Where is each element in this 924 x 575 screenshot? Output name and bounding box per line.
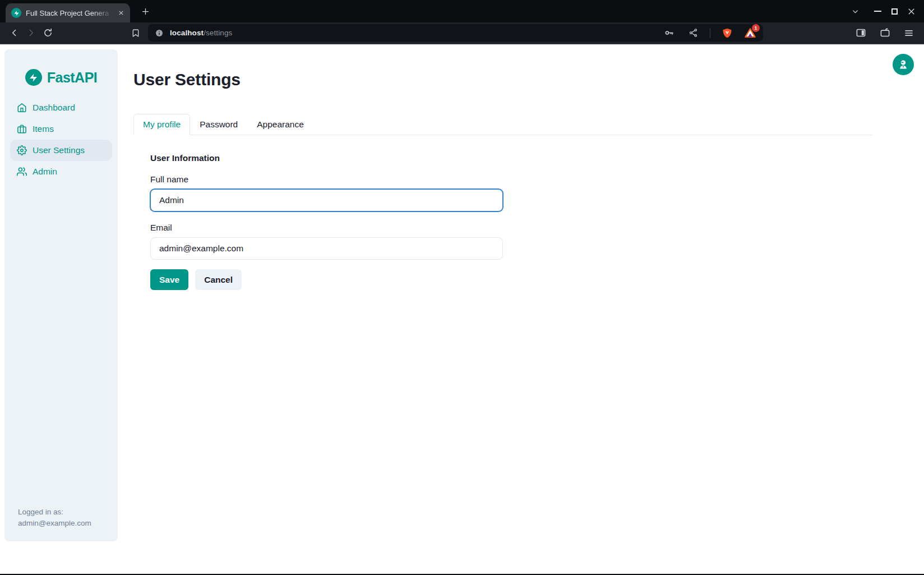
brave-shield-icon[interactable] — [720, 26, 734, 40]
full-name-label: Full name — [150, 174, 872, 185]
key-icon[interactable] — [662, 26, 676, 40]
gear-icon — [17, 145, 27, 155]
sidebar-item-admin[interactable]: Admin — [10, 161, 112, 182]
tab-password[interactable]: Password — [190, 114, 247, 135]
tab-my-profile[interactable]: My profile — [133, 114, 190, 135]
logged-in-as: Logged in as: admin@example.com — [18, 507, 91, 529]
fastapi-logo-text: FastAPI — [47, 70, 98, 86]
home-icon — [17, 103, 27, 113]
sidebar-item-label: Admin — [33, 167, 57, 177]
url-path: /settings — [204, 29, 232, 37]
full-name-input[interactable] — [150, 189, 503, 211]
wallet-icon[interactable] — [877, 26, 892, 40]
sidebar-toggle-icon[interactable] — [853, 26, 868, 40]
form-actions: Save Cancel — [150, 269, 872, 290]
minimize-button[interactable] — [869, 3, 886, 20]
app-page: FastAPI Dashboard Items — [0, 44, 924, 574]
main-content: User Settings My profile Password Appear… — [133, 44, 872, 290]
rewards-notification-badge: 1 — [752, 24, 760, 32]
section-title: User Information — [150, 153, 872, 163]
email-label: Email — [150, 223, 872, 233]
sidebar: FastAPI Dashboard Items — [4, 49, 118, 541]
browser-toolbar: localhost/settings 1 — [0, 22, 924, 44]
sidebar-item-user-settings[interactable]: User Settings — [10, 140, 112, 161]
tab-search-chevron-icon[interactable] — [847, 3, 863, 20]
logged-in-label: Logged in as: — [18, 507, 91, 518]
browser-tab[interactable]: Full Stack Project Genera — [6, 3, 130, 22]
divider — [710, 28, 710, 38]
cancel-button[interactable]: Cancel — [195, 269, 242, 290]
maximize-button[interactable] — [886, 3, 903, 20]
user-menu-button[interactable] — [893, 54, 914, 75]
fastapi-logo-icon — [25, 69, 42, 86]
brave-rewards-icon[interactable]: 1 — [744, 27, 756, 39]
user-avatar-icon — [898, 59, 909, 70]
menu-icon[interactable] — [902, 26, 916, 40]
share-icon[interactable] — [686, 26, 700, 40]
sidebar-item-label: Items — [33, 124, 54, 134]
reload-button[interactable] — [39, 25, 56, 42]
tab-title: Full Stack Project Genera — [26, 9, 116, 17]
new-tab-button[interactable] — [137, 3, 153, 19]
url-host: localhost — [170, 29, 204, 37]
back-button[interactable] — [6, 25, 22, 42]
tab-appearance[interactable]: Appearance — [247, 114, 313, 135]
fastapi-logo[interactable]: FastAPI — [4, 49, 118, 86]
tab-strip: Full Stack Project Genera — [0, 0, 924, 22]
bookmark-icon[interactable] — [128, 25, 144, 41]
sidebar-item-label: User Settings — [33, 145, 85, 155]
close-window-button[interactable] — [903, 3, 920, 20]
page-title: User Settings — [133, 70, 872, 89]
users-icon — [17, 167, 27, 177]
save-button[interactable]: Save — [150, 269, 188, 290]
fastapi-favicon-icon — [11, 8, 21, 18]
forward-button[interactable] — [22, 25, 39, 42]
my-profile-panel: User Information Full name Email Save Ca… — [150, 153, 872, 290]
sidebar-item-label: Dashboard — [33, 103, 75, 113]
logged-in-email: admin@example.com — [18, 518, 91, 529]
briefcase-icon — [17, 124, 27, 134]
site-info-icon[interactable] — [155, 29, 164, 38]
url-text: localhost/settings — [170, 29, 232, 37]
email-input[interactable] — [150, 237, 503, 260]
window-controls — [847, 0, 920, 22]
address-bar[interactable]: localhost/settings 1 — [148, 24, 763, 42]
sidebar-nav: Dashboard Items User Settings — [4, 97, 118, 182]
browser-window: Full Stack Project Genera — [0, 0, 924, 575]
sidebar-item-dashboard[interactable]: Dashboard — [10, 97, 112, 118]
tab-close-icon[interactable] — [116, 7, 127, 19]
settings-tabs: My profile Password Appearance — [133, 114, 872, 135]
sidebar-item-items[interactable]: Items — [10, 118, 112, 140]
